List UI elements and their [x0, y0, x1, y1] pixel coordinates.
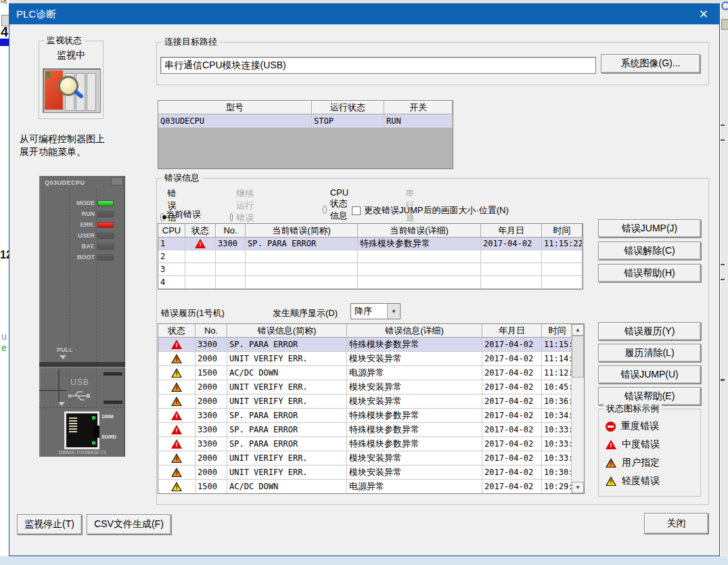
current-error-row[interactable]: 4	[158, 276, 583, 289]
current-errors-column-header[interactable]: No.	[216, 224, 246, 238]
error-clear-button[interactable]: 错误解除(C)	[598, 242, 701, 260]
led-indicator-off	[97, 233, 114, 239]
current-error-row[interactable]: 2	[158, 250, 583, 263]
cell-no: 2000	[196, 466, 227, 480]
history-row[interactable]: !2000UNIT VERIFY ERR.模块安装异常2017-04-0210:…	[158, 451, 584, 466]
dropdown-arrow-button[interactable]: ▼	[387, 304, 400, 319]
current-errors-column-header[interactable]: CPU	[158, 224, 185, 238]
screen: H5 4 12 u e PLC诊断 × 监视状态 监视中	[0, 0, 728, 565]
cell-status	[185, 263, 216, 276]
connection-group-title: 连接目标路径	[162, 37, 220, 47]
current-error-row[interactable]: 3	[158, 263, 583, 276]
cell-status: !	[158, 366, 196, 380]
csv-generate-button[interactable]: CSV文件生成(F)	[87, 514, 171, 535]
jump-resize-checkbox[interactable]: 更改错误JUMP后的画面大小·位置(N)	[352, 204, 509, 217]
close-button[interactable]: ×	[692, 4, 715, 24]
usb-icon	[68, 390, 91, 402]
cell-name: AC/DC DOWN	[227, 480, 347, 494]
led-label: MODE	[39, 200, 95, 206]
model-column-header[interactable]: 运行状态	[312, 101, 384, 114]
history-column-header[interactable]: 时间	[542, 324, 573, 338]
history-row[interactable]: !3300SP. PARA ERROR特殊模块参数异常2017-04-0210:…	[158, 437, 584, 451]
plc-module-image[interactable]: Q03UDECPU MODERUNERR.USERBAT.BOOT PULL U…	[39, 176, 125, 457]
background-text-fragment: 4	[1, 24, 8, 40]
history-column-header[interactable]: 错误信息(详细)	[347, 324, 482, 338]
current-errors-column-header[interactable]: 时间	[542, 224, 583, 238]
current-errors-header: CPU状态No.当前错误(简称)当前错误(详细)年月日时间	[158, 224, 583, 238]
history-row[interactable]: !2000UNIT VERIFY ERR.模块安装异常2017-04-0210:…	[158, 394, 584, 409]
medium-error-icon: !	[606, 440, 616, 449]
close-dialog-button[interactable]: 关闭	[644, 513, 708, 534]
medium-error-icon: !	[171, 411, 182, 420]
history-column-header[interactable]: 错误信息(简称)	[227, 324, 347, 338]
error-history-button[interactable]: 错误履历(Y)	[598, 322, 701, 340]
history-column-header[interactable]: 年月日	[482, 324, 542, 338]
current-errors-column-header[interactable]: 状态	[185, 224, 216, 238]
history-row[interactable]: !1500AC/DC DOWN电源异常2017-04-0211:12:26	[158, 366, 584, 380]
plc-cover-edge	[39, 367, 125, 368]
cell-name: UNIT VERIFY ERR.	[227, 466, 347, 480]
scrollbar-up-button[interactable]: ▲	[572, 324, 584, 336]
legend-item-label: 中度错误	[622, 438, 660, 451]
history-row[interactable]: !1500AC/DC DOWN电源异常2017-04-0210:29:30	[158, 480, 584, 494]
model-column-header[interactable]: 型号	[158, 101, 312, 114]
severe-error-icon	[606, 422, 616, 432]
current-error-row[interactable]: 1!3300SP. PARA ERROR特殊模块参数异常2017-04-0211…	[158, 238, 583, 250]
history-column-header[interactable]: No.	[196, 324, 227, 338]
error-help-button[interactable]: 错误帮助(H)	[598, 264, 701, 282]
cell-name	[246, 276, 358, 289]
dialog-titlebar[interactable]: PLC诊断 ×	[9, 4, 719, 24]
error-info-group-title: 错误信息	[162, 173, 202, 183]
system-image-button[interactable]: 系统图像(G)...	[601, 54, 700, 73]
history-row[interactable]: !3300SP. PARA ERROR特殊模块参数异常2017-04-0210:…	[158, 423, 584, 437]
history-row[interactable]: !3300SP. PARA ERROR特殊模块参数异常2017-04-0210:…	[158, 409, 584, 423]
current-errors-column-header[interactable]: 年月日	[481, 224, 542, 238]
background-tick	[721, 279, 725, 280]
cell-time: 11:15:22	[542, 338, 573, 352]
plc-module-model-label: Q03UDECPU	[45, 179, 85, 186]
model-table-row[interactable]: Q03UDECPUSTOPRUN	[158, 114, 453, 128]
minor-error-icon: !	[171, 482, 182, 491]
history-row[interactable]: !3300SP. PARA ERROR特殊模块参数异常2017-04-0211:…	[158, 338, 584, 352]
csv-generate-button-label: CSV文件生成(F)	[94, 518, 164, 530]
cell-name: UNIT VERIFY ERR.	[227, 352, 347, 366]
sort-order-dropdown[interactable]: 降序 ▼	[350, 303, 401, 319]
cell-status: !	[158, 437, 196, 451]
history-row[interactable]: !2000UNIT VERIFY ERR.模块安装异常2017-04-0211:…	[158, 352, 584, 366]
cell-detail: 特殊模块参数异常	[347, 423, 482, 437]
cell-name: SP. PARA ERROR	[227, 437, 347, 451]
current-errors-column-header[interactable]: 当前错误(简称)	[246, 224, 358, 238]
cell-cpu: 3	[158, 263, 185, 276]
background-text-fragment: 12	[0, 249, 9, 261]
cell-time	[542, 250, 583, 263]
cell-detail	[358, 250, 481, 263]
history-error-help-button-label: 错误帮助(E)	[624, 390, 675, 403]
connection-path-field[interactable]: 串行通信CPU模块连接(USB)	[160, 57, 596, 74]
legend-item-user: !用户指定	[606, 457, 660, 469]
history-column-header[interactable]: 状态	[158, 324, 196, 338]
history-scrollbar[interactable]: ▲ ▼	[571, 324, 584, 493]
monitor-stop-button[interactable]: 监视停止(T)	[17, 514, 82, 535]
history-error-jump-button[interactable]: 错误JUMP(U)	[598, 365, 701, 384]
error-jump-button[interactable]: 错误JUMP(J)	[598, 219, 701, 238]
monitor-status-text: 监视中	[39, 49, 103, 62]
cell-name: UNIT VERIFY ERR.	[227, 394, 347, 409]
history-error-help-button[interactable]: 错误帮助(E)	[598, 387, 701, 405]
background-tick	[721, 139, 725, 141]
plc-diagnostics-dialog: PLC诊断 × 监视状态 监视中 从可编程控制器图上	[9, 3, 720, 556]
history-clear-button[interactable]: 履历清除(L)	[598, 344, 701, 362]
scrollbar-thumb[interactable]	[572, 336, 584, 378]
history-row[interactable]: !2000UNIT VERIFY ERR.模块安装异常2017-04-0210:…	[158, 466, 584, 480]
legend-item-label: 重度错误	[621, 420, 659, 432]
cell-no	[216, 263, 246, 276]
cell-status: !	[158, 394, 196, 409]
background-icon-fragment	[721, 19, 728, 30]
model-column-header[interactable]: 开关	[384, 101, 453, 114]
jump-resize-checkbox-label: 更改错误JUMP后的画面大小·位置(N)	[364, 204, 509, 217]
background-right-strip	[721, 0, 728, 565]
history-row[interactable]: !2000UNIT VERIFY ERR.模块安装异常2017-04-0210:…	[158, 380, 584, 394]
scrollbar-down-button[interactable]: ▼	[572, 482, 584, 493]
medium-error-icon: !	[171, 439, 182, 449]
current-errors-column-header[interactable]: 当前错误(详细)	[358, 224, 481, 238]
cell-date: 2017-04-02	[482, 352, 542, 366]
